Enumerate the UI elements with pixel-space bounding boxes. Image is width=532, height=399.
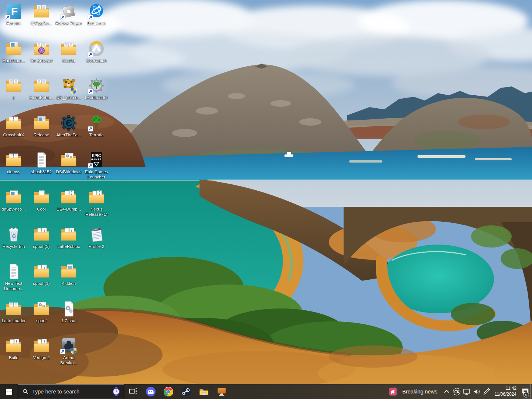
- folder-doc-icon: [5, 151, 23, 169]
- icon-label: spoof (3): [28, 244, 55, 249]
- desktop-icon-roblox-player[interactable]: Roblox Player: [55, 3, 82, 39]
- folder-doc-icon: [5, 300, 23, 318]
- folder-gear-icon: [60, 151, 78, 169]
- folder-gear-icon: [33, 300, 50, 318]
- windows-desktop: FFortniteIl2CppDu...Roblox PlayerBattle.…: [0, 0, 532, 399]
- taskbar-search-box[interactable]: Type here to search: [18, 384, 124, 399]
- icon-label: LatteRoblox: [55, 244, 82, 249]
- icon-label: Arena Breako...: [55, 355, 82, 366]
- desktop-icon-kiddion[interactable]: Kiddion: [55, 263, 82, 299]
- icon-label: UE4-Dump...: [55, 207, 82, 212]
- news-label: Breaking news: [402, 389, 437, 395]
- icon-label: Macchiato...: [0, 58, 27, 64]
- desktop-icon-mocha[interactable]: Mocha: [55, 40, 82, 76]
- folder-doc-icon: [5, 77, 23, 95]
- show-desktop-button[interactable]: [530, 384, 532, 399]
- svg-text:♻: ♻: [11, 233, 16, 239]
- desktop-icon-recycle-bin[interactable]: ♻Recycle Bin: [0, 226, 27, 262]
- desktop-icon-arena-breakout[interactable]: Arena Breako...: [55, 337, 82, 373]
- desktop-icon-fortnite[interactable]: FFortnite: [0, 3, 27, 39]
- icon-label: shush3152: [28, 170, 55, 175]
- desktop-icon-il2cppdu[interactable]: Il2CppDu...: [28, 3, 55, 39]
- folder-doc-icon: [60, 40, 78, 58]
- search-highlight-watch-icon[interactable]: [111, 387, 121, 396]
- desktop-icon-clumsy[interactable]: clumsy: [0, 151, 27, 187]
- icon-label: spoof: [28, 318, 55, 324]
- file-explorer-icon: [199, 386, 209, 397]
- folder-list-icon: [5, 337, 23, 355]
- desktop-icon-spoof[interactable]: spoof: [28, 300, 55, 336]
- chevron-up-icon: [442, 387, 451, 396]
- desktop-icon-shush3152[interactable]: shush3152: [28, 151, 55, 187]
- icon-label: Battle.net: [83, 21, 110, 26]
- taskbar-clock[interactable]: 11:42 11/06/2024: [492, 384, 520, 399]
- desktop-icon-ds4windows[interactable]: DS4Windows: [55, 151, 82, 187]
- desktop-icon-new-text-document[interactable]: New Text Docume...: [0, 263, 27, 299]
- desktop-icon-spoof-3[interactable]: spoof (3): [28, 226, 55, 262]
- icon-label: Mocha: [55, 58, 82, 64]
- tray-chevron-up-button[interactable]: [442, 384, 452, 399]
- icon-label: Profile 2: [83, 244, 110, 249]
- news-widget[interactable]: Breaking news: [383, 384, 442, 399]
- folder-doc-icon: [33, 3, 50, 20]
- action-center-button[interactable]: 5: [520, 384, 530, 399]
- folder-doc-icon: [33, 77, 50, 95]
- desktop-icon-tmodloader[interactable]: tModLoader: [83, 77, 110, 113]
- desktop-icon-macchiato[interactable]: Macchiato...: [0, 40, 27, 76]
- desktop-icon-monobeha[interactable]: MonoBeha...: [28, 77, 55, 113]
- desktop-icon-chai-17[interactable]: 1.7-chai: [55, 300, 82, 336]
- icon-label: Cool: [28, 207, 55, 212]
- taskbar-app-steam[interactable]: [177, 384, 195, 399]
- desktop-icon-profile-2[interactable]: Profile 2: [83, 226, 110, 262]
- folder-tor-icon: [33, 40, 50, 58]
- desktop-icon-ur-unknown[interactable]: UR_[unkno...: [55, 77, 82, 113]
- desktop-icon-epic-games-launcher[interactable]: EPICGAMESEpic Games Launcher: [83, 151, 110, 187]
- taskbar-app-chrome[interactable]: [160, 384, 177, 399]
- svg-text:Є: Є: [66, 118, 72, 128]
- desktop-icon-terraria[interactable]: Terraria: [83, 114, 110, 150]
- desktop-icon-release[interactable]: Release: [28, 114, 55, 150]
- desktop-icon-tor-browser[interactable]: Tor Browser: [28, 40, 55, 76]
- desktop-icon-ue4-dump[interactable]: UE4-Dump...: [55, 188, 82, 225]
- desktop-icon-dnspy[interactable]: dnSpy-net-...: [0, 188, 27, 225]
- tile-terraria-icon: [88, 114, 105, 132]
- tray-network-button[interactable]: [462, 384, 472, 399]
- tray-meet-now-button[interactable]: [452, 384, 462, 399]
- folder-doc-icon: [5, 114, 23, 132]
- clock-date: 11/06/2024: [495, 392, 516, 398]
- desktop-icon-overwatch[interactable]: Overwatch: [83, 40, 110, 76]
- taskbar-app-monitor-app[interactable]: [213, 384, 231, 399]
- icon-label: 1.7-chai: [55, 318, 82, 324]
- icon-label: Kiddion: [55, 281, 82, 286]
- task-view-icon: [128, 386, 138, 397]
- icon-label: New Text Docume...: [0, 281, 27, 291]
- icon-label: Build: [0, 355, 27, 361]
- taskbar-app-task-view[interactable]: [124, 384, 142, 399]
- tray-pen-button[interactable]: [482, 384, 492, 399]
- desktop-icon-area: FFortniteIl2CppDu...Roblox PlayerBattle.…: [0, 0, 532, 384]
- desktop-icon-build[interactable]: Build: [0, 337, 27, 373]
- icon-label: CrosshairX: [0, 133, 27, 138]
- desktop-icon-crosshairx[interactable]: CrosshairX: [0, 114, 27, 150]
- desktop-icon-spoof-1[interactable]: spoof (1): [28, 263, 55, 299]
- desktop-icon-s[interactable]: s: [0, 77, 27, 113]
- desktop-icon-cool[interactable]: Cool: [28, 188, 55, 225]
- desktop-icon-latteroblox[interactable]: LatteRoblox: [55, 226, 82, 262]
- folder-list-icon: [33, 337, 50, 355]
- tray-icons: [442, 384, 492, 399]
- desktop-icon-vertigo-2[interactable]: Vertigo.2: [28, 337, 55, 373]
- tray-volume-button[interactable]: [472, 384, 482, 399]
- icon-label: Terraria: [83, 133, 110, 138]
- desktop-icon-latte-loader[interactable]: Latte Loader: [0, 300, 27, 336]
- icon-label: Fortnite: [0, 21, 27, 26]
- taskbar-app-file-explorer[interactable]: [195, 384, 213, 399]
- start-button[interactable]: [0, 384, 18, 399]
- folder-list-icon: [60, 188, 78, 206]
- desktop-icon-battlenet[interactable]: Battle.net: [83, 3, 110, 39]
- desktop-icon-afterthefa[interactable]: ЄAfterTheFa...: [55, 114, 82, 150]
- folder-app-icon: [5, 40, 23, 58]
- desktop-icon-nexus-release[interactable]: Nexus Release (1): [83, 188, 110, 225]
- taskbar-app-discord[interactable]: [142, 384, 160, 399]
- folder-app-icon: [33, 114, 50, 132]
- notepad-icon: [88, 226, 105, 243]
